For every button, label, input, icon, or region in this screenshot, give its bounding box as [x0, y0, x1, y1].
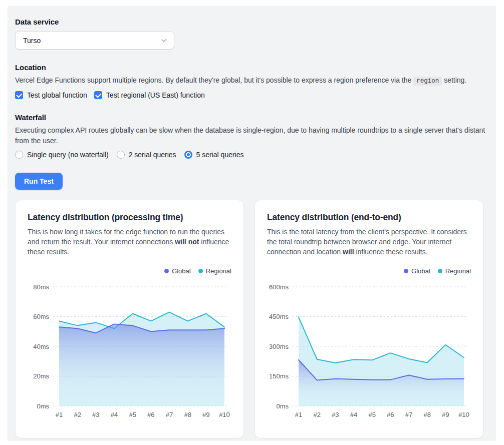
latency-end-to-end-chart: 0ms150ms300ms450ms600ms#1#2#3#4#5#6#7#8#…	[267, 278, 472, 424]
latency-processing-chart: 0ms20ms40ms60ms80ms#1#2#3#4#5#6#7#8#9#10	[28, 278, 232, 424]
svg-text:#8: #8	[423, 411, 430, 418]
region-code-chip: region	[413, 77, 442, 86]
svg-text:#9: #9	[202, 411, 209, 418]
svg-text:#7: #7	[405, 411, 412, 418]
checkbox-icon[interactable]	[15, 91, 23, 99]
radio-5-serial-queries[interactable]: 5 serial queries	[184, 151, 244, 159]
chart-description: This is how long it takes for the edge f…	[28, 227, 231, 257]
chart-description-suffix: influence these results.	[354, 248, 428, 256]
chart-description-bold: will	[343, 248, 354, 256]
settings-panel: Data service Turso Location Vercel Edge …	[8, 6, 496, 441]
svg-text:#2: #2	[74, 411, 81, 418]
radio-icon[interactable]	[184, 151, 192, 159]
card-latency-end-to-end: Latency distribution (end-to-end) This i…	[255, 200, 483, 438]
svg-text:20ms: 20ms	[33, 372, 49, 380]
svg-text:80ms: 80ms	[33, 283, 49, 291]
location-description-text: Vercel Edge Functions support multiple r…	[15, 76, 413, 84]
location-heading: Location	[15, 63, 488, 72]
svg-text:150ms: 150ms	[269, 372, 289, 380]
svg-text:0ms: 0ms	[37, 402, 49, 410]
waterfall-description: Executing complex API routes globally ca…	[15, 125, 488, 146]
legend-label: Regional	[206, 267, 231, 275]
svg-text:0ms: 0ms	[276, 402, 289, 410]
legend-item-regional: Regional	[438, 267, 471, 275]
chart-legend: Global Regional	[28, 267, 231, 275]
radio-label: 5 serial queries	[196, 151, 244, 159]
checkbox-label: Test global function	[27, 91, 87, 99]
chart-title: Latency distribution (processing time)	[28, 212, 231, 223]
svg-text:#4: #4	[111, 411, 118, 418]
radio-label: Single query (no waterfall)	[27, 151, 109, 159]
data-service-select[interactable]: Turso	[15, 31, 174, 50]
location-checkbox-row: Test global function Test regional (US E…	[15, 90, 488, 101]
checkbox-test-regional-function[interactable]: Test regional (US East) function	[94, 91, 205, 99]
regional-legend-dot-icon	[438, 269, 442, 273]
svg-text:60ms: 60ms	[33, 313, 49, 320]
svg-text:#4: #4	[350, 411, 357, 418]
legend-label: Global	[172, 267, 191, 275]
waterfall-heading: Waterfall	[15, 113, 488, 122]
svg-text:600ms: 600ms	[269, 283, 289, 291]
svg-text:450ms: 450ms	[269, 313, 289, 320]
chart-title: Latency distribution (end-to-end)	[267, 212, 471, 223]
svg-text:#1: #1	[56, 411, 63, 418]
global-legend-dot-icon	[164, 269, 169, 273]
chart-description-bold: will not	[175, 238, 199, 246]
location-description-suffix: setting.	[442, 76, 466, 84]
legend-label: Global	[411, 267, 430, 275]
data-service-selected-value: Turso	[23, 37, 41, 45]
svg-text:#7: #7	[166, 411, 173, 418]
svg-text:#5: #5	[368, 411, 375, 418]
svg-text:#10: #10	[458, 411, 469, 418]
svg-text:#9: #9	[442, 411, 449, 418]
svg-text:#1: #1	[295, 411, 302, 418]
checkbox-icon[interactable]	[94, 91, 102, 99]
svg-text:#6: #6	[387, 411, 394, 418]
svg-text:#6: #6	[147, 411, 154, 418]
svg-text:300ms: 300ms	[269, 343, 289, 350]
svg-text:#2: #2	[313, 411, 320, 418]
radio-single-query[interactable]: Single query (no waterfall)	[15, 151, 109, 159]
run-test-button[interactable]: Run Test	[15, 173, 63, 190]
radio-icon[interactable]	[117, 151, 125, 159]
radio-2-serial-queries[interactable]: 2 serial queries	[117, 151, 176, 159]
checkbox-label: Test regional (US East) function	[106, 91, 205, 99]
svg-text:#5: #5	[129, 411, 136, 418]
global-legend-dot-icon	[404, 269, 408, 273]
legend-item-global: Global	[164, 267, 191, 275]
charts-row: Latency distribution (processing time) T…	[15, 200, 488, 438]
checkbox-test-global-function[interactable]: Test global function	[15, 91, 87, 99]
radio-icon[interactable]	[15, 151, 23, 159]
waterfall-radio-row: Single query (no waterfall) 2 serial que…	[15, 149, 488, 160]
svg-text:#3: #3	[92, 411, 99, 418]
data-service-heading: Data service	[15, 18, 488, 26]
legend-label: Regional	[445, 267, 471, 275]
chart-legend: Global Regional	[267, 267, 471, 275]
chevron-down-icon	[160, 37, 167, 44]
location-description: Vercel Edge Functions support multiple r…	[15, 75, 488, 87]
svg-text:40ms: 40ms	[33, 343, 49, 350]
svg-text:#3: #3	[332, 411, 339, 418]
legend-item-regional: Regional	[198, 267, 231, 275]
svg-text:#8: #8	[184, 411, 191, 418]
legend-item-global: Global	[404, 267, 430, 275]
svg-text:#10: #10	[219, 411, 230, 418]
card-latency-processing: Latency distribution (processing time) T…	[15, 200, 244, 438]
regional-legend-dot-icon	[198, 269, 203, 273]
chart-description: This is the total latency from the clien…	[267, 227, 471, 257]
radio-label: 2 serial queries	[129, 151, 176, 159]
